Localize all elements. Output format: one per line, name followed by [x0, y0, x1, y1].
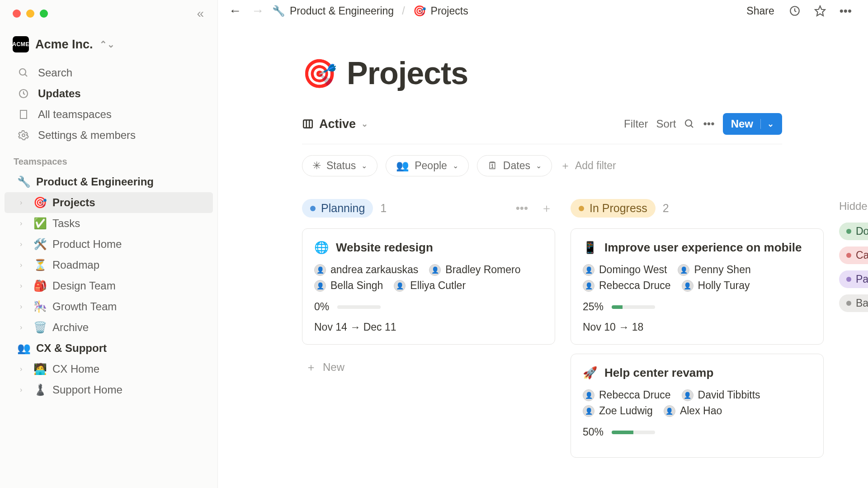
status-bullet-icon: [579, 206, 584, 211]
view-switcher[interactable]: Active ⌄: [302, 117, 368, 131]
hidden-status-label: Backlog: [856, 297, 868, 309]
card-title: Help center revamp: [604, 365, 713, 381]
status-pill[interactable]: Planning: [302, 199, 373, 218]
breadcrumb[interactable]: 🔧 Product & Engineering / 🎯 Projects: [272, 5, 468, 17]
nav-back-icon[interactable]: ←: [227, 2, 243, 20]
person-name: David Tibbitts: [698, 389, 760, 401]
card-title: Website redesign: [336, 240, 433, 256]
filter-button[interactable]: Filter: [624, 118, 648, 130]
teamspace-item[interactable]: 🔧Product & Engineering: [5, 171, 213, 192]
person: 👤andrea zarkauskas: [314, 264, 418, 276]
add-filter-button[interactable]: ＋ Add filter: [560, 159, 616, 173]
status-bullet-icon: [846, 253, 851, 258]
page-label: Support Home: [52, 384, 123, 396]
hidden-status-pill[interactable]: Cancelled: [839, 246, 868, 264]
star-icon[interactable]: [811, 3, 830, 19]
page-emoji-icon[interactable]: 🎯: [302, 57, 337, 90]
page-label: Design Team: [52, 280, 116, 292]
status-bullet-icon: [310, 206, 316, 211]
sidebar-page-item[interactable]: ›🗑️Archive: [5, 317, 213, 338]
share-button[interactable]: Share: [742, 3, 778, 19]
sidebar-page-item[interactable]: ›♟️Support Home: [5, 379, 213, 400]
search-view-icon[interactable]: [684, 118, 695, 129]
breadcrumb-current-emoji: 🎯: [413, 5, 426, 17]
page-emoji-icon: 🗑️: [33, 321, 47, 334]
collapse-sidebar-icon[interactable]: «: [197, 6, 204, 21]
column-more-icon[interactable]: •••: [513, 201, 531, 215]
sidebar-page-item[interactable]: ›🎒Design Team: [5, 275, 213, 296]
chevron-right-icon[interactable]: ›: [20, 365, 28, 373]
sidebar-search-label: Search: [38, 66, 72, 79]
divider: [302, 144, 782, 144]
hidden-status-pill[interactable]: Backlog: [839, 294, 868, 312]
clock-icon: [17, 88, 30, 99]
person-name: Penny Shen: [694, 264, 750, 276]
sidebar-page-item[interactable]: ›✅Tasks: [5, 213, 213, 234]
plus-icon: ＋: [560, 159, 571, 173]
chevron-right-icon[interactable]: ›: [20, 303, 28, 311]
workspace-switcher[interactable]: ACME Acme Inc. ⌃⌄: [0, 27, 217, 62]
chevron-right-icon[interactable]: ›: [20, 199, 28, 207]
search-icon: [17, 67, 30, 78]
page-emoji-icon: 🛠️: [33, 238, 47, 251]
sidebar-page-item[interactable]: ›🎠Growth Team: [5, 296, 213, 317]
filter-chip-dates[interactable]: 🗓 Dates ⌄: [477, 155, 552, 176]
view-more-icon[interactable]: •••: [703, 118, 714, 130]
board-column: In Progress 2 📱Improve user experience o…: [571, 199, 824, 467]
sidebar-page-item[interactable]: ›🎯Projects: [5, 192, 213, 213]
status-label: Planning: [321, 202, 365, 215]
svg-line-15: [691, 125, 693, 128]
new-button[interactable]: New ⌄: [723, 113, 782, 135]
sidebar-all-teamspaces-label: All teamspaces: [38, 108, 112, 121]
page-body: 🎯 Projects Active ⌄ Filter Sort ••• New: [218, 24, 868, 467]
chevron-right-icon[interactable]: ›: [20, 386, 28, 394]
sidebar-search[interactable]: Search: [5, 62, 213, 83]
sort-button[interactable]: Sort: [656, 118, 676, 130]
more-icon[interactable]: •••: [836, 2, 855, 20]
maximize-window-icon[interactable]: [40, 9, 48, 18]
nav-forward-icon[interactable]: →: [250, 2, 266, 20]
sidebar-updates[interactable]: Updates: [5, 83, 213, 104]
chevron-right-icon[interactable]: ›: [20, 219, 28, 227]
chevron-down-icon: ⌄: [536, 161, 542, 170]
filter-chip-people[interactable]: 👥 People ⌄: [386, 155, 469, 176]
progress-fill: [612, 305, 623, 309]
board-card[interactable]: 🌐Website redesign 👤andrea zarkauskas👤Bra…: [302, 228, 555, 345]
status-bullet-icon: [846, 277, 851, 282]
board-card[interactable]: 📱Improve user experience on mobile 👤Domi…: [571, 228, 824, 345]
person-name: Zoe Ludwig: [599, 405, 653, 417]
view-name: Active: [319, 117, 356, 131]
hidden-status-pill[interactable]: Done: [839, 223, 868, 240]
sidebar-page-item[interactable]: ›🧑‍💻CX Home: [5, 359, 213, 379]
sidebar-page-item[interactable]: ›⏳Roadmap: [5, 255, 213, 275]
minimize-window-icon[interactable]: [26, 9, 34, 18]
avatar-icon: 👤: [583, 264, 594, 276]
new-button-chevron-icon[interactable]: ⌄: [760, 119, 774, 129]
column-add-icon[interactable]: ＋: [538, 200, 555, 216]
history-icon[interactable]: [785, 3, 804, 19]
avatar-icon: 👤: [583, 280, 594, 292]
chevron-right-icon[interactable]: ›: [20, 282, 28, 290]
sidebar: « ACME Acme Inc. ⌃⌄ Search Updates All t…: [0, 0, 218, 488]
person: 👤Domingo West: [583, 264, 667, 276]
sidebar-all-teamspaces[interactable]: All teamspaces: [5, 104, 213, 125]
page-title: Projects: [347, 55, 468, 91]
person: 👤David Tibbitts: [682, 389, 760, 401]
chevron-right-icon[interactable]: ›: [20, 261, 28, 269]
sidebar-settings[interactable]: Settings & members: [5, 125, 213, 146]
chevron-right-icon[interactable]: ›: [20, 323, 28, 332]
chevron-right-icon[interactable]: ›: [20, 240, 28, 248]
board-column: Planning 1 •••＋ 🌐Website redesign 👤andre…: [302, 199, 555, 467]
filter-chip-status[interactable]: ✳︎ Status ⌄: [302, 155, 377, 176]
person-name: Bella Singh: [330, 280, 383, 292]
status-pill[interactable]: In Progress: [571, 199, 656, 218]
new-card-button[interactable]: ＋New: [302, 354, 555, 381]
teamspace-item[interactable]: 👥CX & Support: [5, 338, 213, 359]
sidebar-page-item[interactable]: ›🛠️Product Home: [5, 234, 213, 255]
hidden-status-pill[interactable]: Paused: [839, 270, 868, 288]
avatar-icon: 👤: [314, 264, 326, 276]
close-window-icon[interactable]: [13, 9, 21, 18]
board-card[interactable]: 🚀Help center revamp 👤Rebecca Druce👤David…: [571, 354, 824, 458]
page-label: Projects: [52, 196, 95, 209]
hidden-status-label: Cancelled: [856, 249, 868, 261]
